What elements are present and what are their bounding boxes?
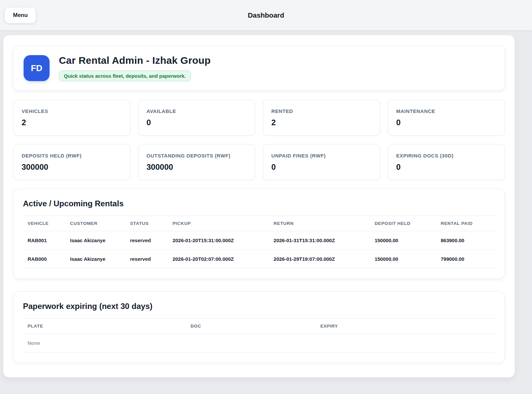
col-rental-paid: RENTAL PAID [436, 216, 495, 231]
stat-value: 2 [22, 118, 122, 127]
col-customer: CUSTOMER [66, 216, 125, 231]
rental-row: RAB000 Isaac Akizanye reserved 2026-01-2… [23, 250, 495, 268]
cell-return: 2026-01-31T15:31:00.000Z [269, 231, 370, 250]
rentals-header-row: VEHICLE CUSTOMER STATUS PICKUP RETURN DE… [23, 216, 495, 231]
stat-card-vehicles: VEHICLES 2 [13, 100, 130, 136]
app-title: Car Rental Admin - Izhak Group [59, 55, 211, 66]
stat-label: OUTSTANDING DEPOSITS (RWF) [147, 152, 231, 160]
stat-value: 0 [396, 162, 497, 172]
rentals-panel-title: Active / Upcoming Rentals [23, 199, 495, 208]
stat-card-available: AVAILABLE 0 [138, 100, 255, 136]
stat-card-unpaid-fines: UNPAID FINES (RWF) 0 [263, 144, 380, 180]
col-plate: PLATE [23, 319, 186, 334]
stat-value: 300000 [147, 162, 247, 172]
cell-rental-paid: 863900.00 [436, 231, 495, 250]
col-return: RETURN [269, 216, 370, 231]
stats-grid-row-1: VEHICLES 2 AVAILABLE 0 RENTED 2 MAINTENA… [13, 100, 505, 136]
stat-label: VEHICLES [22, 107, 106, 115]
stat-label: AVAILABLE [147, 107, 231, 115]
col-vehicle: VEHICLE [23, 216, 66, 231]
menu-button[interactable]: Menu [5, 7, 36, 23]
stat-card-expiring-docs: EXPIRING DOCS (30D) 0 [388, 144, 505, 180]
col-expiry: EXPIRY [316, 319, 495, 334]
stat-value: 0 [271, 162, 372, 172]
stat-value: 300000 [22, 162, 122, 172]
empty-state-text: None [23, 334, 495, 352]
cell-status: reserved [125, 231, 168, 250]
cell-vehicle: RAB000 [23, 250, 66, 268]
stat-label: UNPAID FINES (RWF) [271, 152, 356, 160]
cell-deposit-held: 150000.00 [370, 250, 436, 268]
stats-grid-row-2: DEPOSITS HELD (RWF) 300000 OUTSTANDING D… [13, 144, 505, 180]
app-logo: FD [24, 55, 50, 81]
cell-pickup: 2026-01-20T02:07:00.000Z [168, 250, 269, 268]
stat-value: 0 [147, 118, 247, 127]
stat-value: 2 [271, 118, 372, 127]
stat-card-rented: RENTED 2 [263, 100, 380, 136]
cell-customer: Isaac Akizanye [66, 231, 125, 250]
cell-deposit-held: 150000.00 [370, 231, 436, 250]
cell-customer: Isaac Akizanye [66, 250, 125, 268]
col-deposit-held: DEPOSIT HELD [370, 216, 436, 231]
paperwork-empty-row: None [23, 334, 495, 352]
col-pickup: PICKUP [168, 216, 269, 231]
app-header-text: Car Rental Admin - Izhak Group Quick sta… [59, 55, 211, 81]
paperwork-table: PLATE DOC EXPIRY None [23, 318, 495, 352]
paperwork-header-row: PLATE DOC EXPIRY [23, 319, 495, 334]
rentals-table: VEHICLE CUSTOMER STATUS PICKUP RETURN DE… [23, 216, 495, 268]
cell-rental-paid: 799000.00 [436, 250, 495, 268]
app-logo-text: FD [31, 63, 43, 73]
cell-return: 2026-01-29T19:07:00.000Z [269, 250, 370, 268]
cell-pickup: 2026-01-20T15:31:00.000Z [168, 231, 269, 250]
col-status: STATUS [125, 216, 168, 231]
paperwork-panel-title: Paperwork expiring (next 30 days) [23, 302, 495, 311]
status-subtitle-badge: Quick status across fleet, deposits, and… [59, 70, 191, 81]
rental-row: RAB001 Isaac Akizanye reserved 2026-01-2… [23, 231, 495, 250]
topbar: Menu Dashboard [0, 0, 532, 31]
stat-label: RENTED [271, 107, 356, 115]
stat-card-maintenance: MAINTENANCE 0 [388, 100, 505, 136]
stat-label: EXPIRING DOCS (30D) [396, 152, 481, 160]
cell-vehicle: RAB001 [23, 231, 66, 250]
stat-label: DEPOSITS HELD (RWF) [22, 152, 106, 160]
stat-card-deposits-held: DEPOSITS HELD (RWF) 300000 [13, 144, 130, 180]
main-content: FD Car Rental Admin - Izhak Group Quick … [3, 35, 515, 377]
stat-value: 0 [396, 118, 497, 127]
rentals-panel: Active / Upcoming Rentals VEHICLE CUSTOM… [13, 189, 505, 279]
app-header-card: FD Car Rental Admin - Izhak Group Quick … [13, 46, 505, 90]
stat-label: MAINTENANCE [396, 107, 481, 115]
page-title: Dashboard [248, 11, 284, 19]
paperwork-panel: Paperwork expiring (next 30 days) PLATE … [13, 291, 505, 363]
col-doc: DOC [186, 319, 316, 334]
stat-card-outstanding-deposits: OUTSTANDING DEPOSITS (RWF) 300000 [138, 144, 255, 180]
cell-status: reserved [125, 250, 168, 268]
